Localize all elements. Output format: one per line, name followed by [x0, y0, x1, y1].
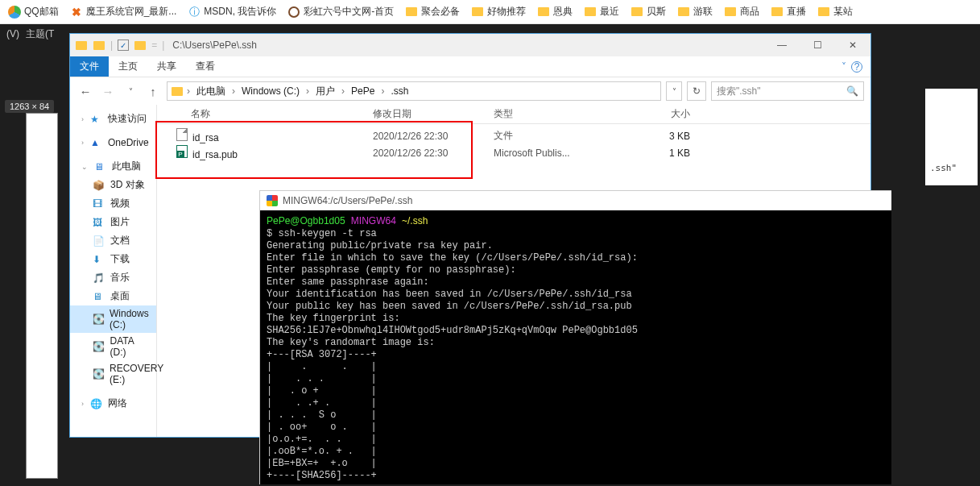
nav-quick-access[interactable]: ›★快速访问 [70, 110, 156, 128]
nav-this-pc[interactable]: ⌄🖥此电脑 [70, 157, 156, 176]
nav-onedrive[interactable]: ›▲OneDrive [70, 135, 156, 151]
folder-icon [631, 6, 643, 19]
breadcrumb-segment[interactable]: Windows (C:) [238, 84, 303, 98]
chevron-right-icon: › [230, 85, 237, 97]
bookmark-label: 游联 [693, 5, 713, 19]
tab-share[interactable]: 共享 [147, 56, 186, 77]
terminal-body[interactable]: PePe@Ogbb1d05 MINGW64 ~/.ssh $ ssh-keyge… [260, 210, 891, 484]
bookmark-item[interactable]: 游联 [677, 5, 713, 19]
bookmark-item[interactable]: 贝斯 [631, 5, 666, 19]
bg-canvas-edge [26, 113, 58, 479]
folder-icon [75, 39, 88, 52]
nav-folder[interactable]: 🖼图片 [70, 213, 156, 231]
address-history-dropdown[interactable]: ˅ [666, 81, 682, 101]
file-row[interactable]: id_rsa.pub2020/12/26 22:30Microsoft Publ… [157, 144, 870, 161]
recent-dropdown[interactable]: ˅ [122, 82, 139, 100]
terminal-titlebar[interactable]: MINGW64:/c/Users/PePe/.ssh [260, 191, 891, 210]
up-button[interactable]: ↑ [144, 82, 162, 100]
folder-icon: 📄 [93, 235, 105, 247]
folder-icon: ⬇ [93, 254, 105, 265]
breadcrumb-segment[interactable]: .ssh [387, 84, 411, 98]
bookmark-label: 商品 [740, 5, 759, 19]
terminal-title: MINGW64:/c/Users/PePe/.ssh [283, 195, 412, 206]
nav-folder[interactable]: 🎞视频 [70, 194, 156, 213]
divider: = [151, 39, 157, 51]
folder-icon: 🖥 [93, 291, 105, 302]
tab-home[interactable]: 主页 [109, 56, 147, 77]
nav-drive[interactable]: 💽RECOVERY (E:) [70, 360, 156, 388]
forward-button[interactable]: → [99, 82, 117, 100]
file-size: 1 KB [616, 147, 697, 159]
terminal-window: MINGW64:/c/Users/PePe/.ssh PePe@Ogbb1d05… [259, 190, 891, 484]
bookmark-item[interactable]: ⓘMSDN, 我告诉你 [188, 5, 276, 19]
bookmark-label: 魔王系统官网_最新... [86, 5, 177, 19]
bookmark-label: 好物推荐 [487, 5, 526, 19]
image-size-badge: 1263 × 84 [5, 100, 54, 113]
help-button[interactable]: ˅ ? [833, 56, 870, 77]
breadcrumb-segment[interactable]: 此电脑 [193, 83, 229, 100]
address-bar[interactable]: › 此电脑›Windows (C:)›用户›PePe›.ssh [167, 81, 661, 101]
folder-icon [584, 6, 597, 19]
chevron-right-icon: › [379, 85, 386, 97]
bookmark-item[interactable]: 直播 [771, 5, 806, 19]
bookmark-item[interactable]: 商品 [724, 5, 759, 19]
disk-icon: 💽 [93, 341, 105, 352]
bookmark-label: 某站 [833, 5, 853, 19]
folder-icon [771, 6, 784, 19]
bookmarks-bar: QQ邮箱✖魔王系统官网_最新...ⓘMSDN, 我告诉你彩虹六号中文网-首页聚会… [0, 0, 980, 24]
close-button[interactable]: ✕ [835, 34, 870, 56]
explorer-titlebar[interactable]: | = | C:\Users\PePe\.ssh — ☐ ✕ [70, 34, 870, 56]
bookmark-label: 直播 [787, 5, 806, 19]
bookmark-item[interactable]: 好物推荐 [471, 5, 526, 19]
col-date: 修改日期 [366, 107, 487, 121]
file-name: id_rsa [192, 132, 219, 143]
minimize-button[interactable]: — [764, 34, 800, 56]
file-type: 文件 [487, 129, 616, 143]
nav-folder[interactable]: ⬇下载 [70, 250, 156, 268]
nav-folder[interactable]: 📄文档 [70, 231, 156, 250]
column-headers[interactable]: 名称 修改日期 类型 大小 [157, 105, 870, 124]
bookmark-item[interactable]: 恩典 [537, 5, 573, 19]
chevron-right-icon: › [304, 85, 311, 97]
col-size: 大小 [616, 107, 697, 121]
bookmark-item[interactable]: 最近 [584, 5, 619, 19]
file-row[interactable]: id_rsa2020/12/26 22:30文件3 KB [157, 127, 870, 144]
bookmark-item[interactable]: ✖魔王系统官网_最新... [70, 5, 177, 19]
folder-icon [93, 39, 105, 52]
bookmark-item[interactable]: 彩虹六号中文网-首页 [287, 5, 394, 19]
bookmark-label: 贝斯 [647, 5, 666, 19]
folder-icon: 🎞 [93, 198, 105, 210]
maximize-button[interactable]: ☐ [800, 34, 835, 56]
nav-drive[interactable]: 💽Windows (C:) [70, 305, 156, 333]
nav-drive[interactable]: 💽DATA (D:) [70, 333, 156, 360]
file-icon [176, 128, 188, 141]
bookmark-item[interactable]: 某站 [817, 5, 853, 19]
file-date: 2020/12/26 22:30 [366, 131, 487, 142]
nav-network[interactable]: ›🌐网络 [70, 394, 156, 413]
file-icon [176, 145, 188, 158]
folder-icon [537, 6, 550, 19]
refresh-button[interactable]: ↻ [687, 81, 706, 101]
back-button[interactable]: ← [76, 82, 94, 100]
tab-view[interactable]: 查看 [186, 56, 225, 77]
bookmark-label: MSDN, 我告诉你 [204, 5, 276, 19]
folder-icon [817, 6, 830, 19]
folder-icon [724, 6, 737, 19]
bg-right-snippet: .ssh" [925, 89, 978, 185]
tab-file[interactable]: 文件 [70, 56, 109, 77]
folder-icon: 🎵 [93, 272, 105, 284]
disk-icon: 💽 [93, 314, 105, 325]
checkbox-checked-icon[interactable] [118, 39, 129, 51]
bookmark-item[interactable]: 聚会必备 [405, 5, 460, 19]
nav-folder[interactable]: 📦3D 对象 [70, 176, 156, 194]
ribbon-tabs: 文件 主页 共享 查看 ˅ ? [70, 56, 870, 77]
file-name: id_rsa.pub [192, 149, 238, 160]
search-input[interactable]: 搜索".ssh" 🔍 [711, 81, 864, 101]
nav-folder[interactable]: 🖥桌面 [70, 287, 156, 305]
breadcrumb-segment[interactable]: 用户 [312, 83, 338, 100]
breadcrumb-segment[interactable]: PePe [348, 84, 378, 98]
search-icon: 🔍 [846, 85, 858, 97]
bookmark-item[interactable]: QQ邮箱 [8, 5, 59, 19]
folder-icon: 📦 [93, 180, 105, 191]
nav-folder[interactable]: 🎵音乐 [70, 268, 156, 287]
